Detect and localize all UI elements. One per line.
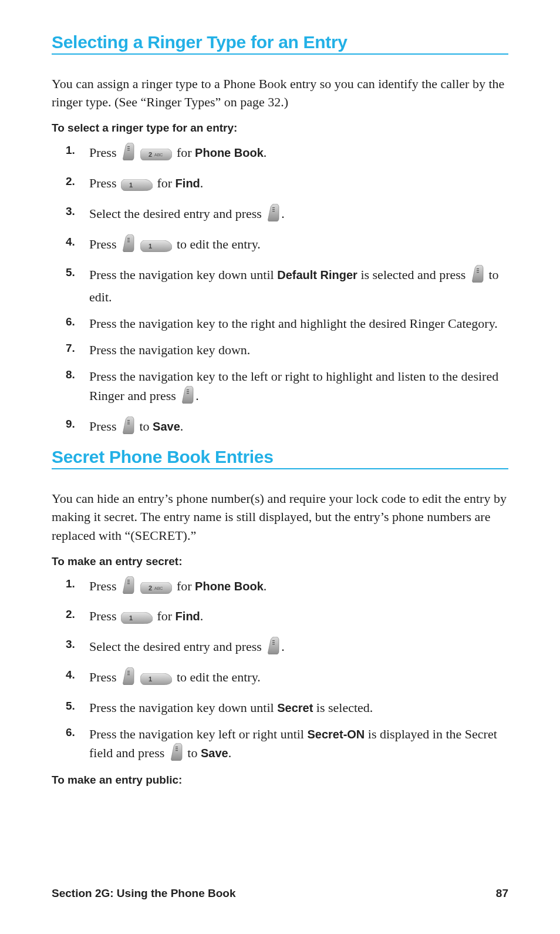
menu-key-icon [121,234,135,257]
section-heading-ringer: Selecting a Ringer Type for an Entry [52,32,508,55]
menu-key-icon [121,416,135,439]
text: to edit the entry. [177,670,261,684]
section1-subhead: To select a ringer type for an entry: [52,122,508,135]
text: . [281,639,285,654]
page-footer: Section 2G: Using the Phone Book 87 [52,887,508,900]
menu-key-icon [266,204,280,226]
section1-intro: You can assign a ringer type to a Phone … [52,75,508,111]
bold-text: Save [201,747,228,760]
text: . [228,745,232,760]
text: Press the navigation key left or right u… [89,727,304,741]
key-2abc-icon [140,580,172,599]
text: Press [89,609,116,623]
bold-text: Default Ringer [277,268,357,281]
text: Press [89,670,116,684]
key-1-icon [140,671,172,690]
key-1-icon [121,177,153,196]
step: Press the navigation key left or right u… [89,725,508,765]
text: Press the navigation key down until [89,700,274,715]
text: . [195,388,199,403]
text: Press [89,176,116,190]
section2-subhead: To make an entry secret: [52,555,508,568]
text: is selected. [316,700,373,715]
bold-text: Find [176,177,200,190]
section1-steps: Press for Phone Book. Press for Find. Se… [52,143,508,439]
text: to [187,745,197,760]
menu-key-icon [121,667,135,690]
step: Select the desired entry and press . [89,637,508,659]
menu-key-icon [121,143,135,165]
bold-text: Phone Book [195,580,264,593]
text: Press [89,579,116,593]
menu-key-icon [180,386,194,408]
section2-steps: Press for Phone Book. Press for Find. Se… [52,576,508,766]
text: for [157,176,172,190]
text: to [139,419,149,434]
step: Press the navigation key to the left or … [89,367,508,408]
step: Press the navigation key down until Secr… [89,698,508,717]
text: . [200,609,204,623]
text: is selected and press [360,267,465,282]
key-2abc-icon [140,147,172,165]
bold-text: Secret-ON [308,728,365,741]
step: Press the navigation key to the right an… [89,314,508,332]
text: Press the navigation key down until [89,267,274,282]
text: . [281,206,285,221]
step: Press to edit the entry. [89,234,508,257]
text: for [177,579,192,593]
text: Press [89,419,116,434]
step: Press for Find. [89,607,508,629]
text: . [264,145,267,160]
text: for [177,145,192,160]
bold-text: Phone Book [195,146,264,159]
text: for [157,609,172,623]
footer-section-label: Section 2G: Using the Phone Book [52,887,236,900]
bold-text: Find [176,610,200,623]
menu-key-icon [470,265,484,287]
step: Select the desired entry and press . [89,204,508,226]
section2-subhead2: To make an entry public: [52,774,508,787]
bold-text: Secret [277,701,313,714]
page-number: 87 [496,887,508,900]
text: Select the desired entry and press [89,206,262,221]
step: Press to Save. [89,416,508,439]
key-1-icon [121,610,153,629]
step: Press the navigation key down. [89,341,508,359]
menu-key-icon [121,576,135,599]
key-1-icon [140,238,172,257]
step: Press for Phone Book. [89,576,508,599]
text: Select the desired entry and press [89,639,262,654]
text: . [264,579,267,593]
text: to edit the entry. [177,237,261,251]
step: Press for Phone Book. [89,143,508,165]
menu-key-icon [266,637,280,659]
text: . [200,176,204,190]
bold-text: Save [153,420,180,433]
section2-intro: You can hide an entry’s phone number(s) … [52,489,508,545]
text: . [180,419,184,434]
text: Press [89,237,116,251]
step: Press to edit the entry. [89,667,508,690]
text: Press [89,145,116,160]
menu-key-icon [169,743,183,765]
step: Press the navigation key down until Defa… [89,265,508,305]
section-heading-secret: Secret Phone Book Entries [52,447,508,469]
step: Press for Find. [89,174,508,196]
text: Press the navigation key to the left or … [89,369,498,402]
